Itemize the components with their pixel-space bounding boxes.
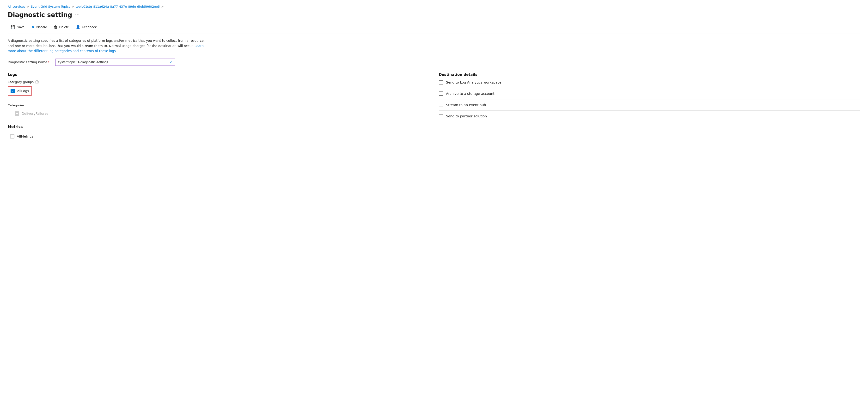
input-check-icon: ✓ <box>169 60 173 64</box>
delete-button[interactable]: 🗑 Delete <box>51 24 71 31</box>
save-label: Save <box>17 25 25 29</box>
feedback-button[interactable]: 👤 Feedback <box>73 23 99 31</box>
feedback-icon: 👤 <box>76 25 81 29</box>
category-groups-info-icon[interactable]: i <box>35 80 39 84</box>
description: A diagnostic setting specifies a list of… <box>8 38 205 54</box>
delivery-failures-label: DeliveryFailures <box>22 111 48 116</box>
delivery-failures-row[interactable]: DeliveryFailures <box>12 109 424 118</box>
feedback-label: Feedback <box>82 25 97 29</box>
logs-section-title: Logs <box>8 72 424 77</box>
save-button[interactable]: 💾 Save <box>8 23 27 31</box>
discard-button[interactable]: ✕ Discard <box>28 24 50 31</box>
alllogs-label: allLogs <box>17 89 29 93</box>
destination-checkbox-2[interactable] <box>439 103 443 107</box>
main-content: Logs Category groups i allLogs Categorie… <box>8 72 860 141</box>
destination-item[interactable]: Stream to an event hub <box>439 99 860 111</box>
discard-icon: ✕ <box>31 25 34 29</box>
destination-label-0: Send to Log Analytics workspace <box>446 81 501 84</box>
delete-label: Delete <box>59 25 69 29</box>
breadcrumb-event-grid[interactable]: Event Grid System Topics <box>31 5 70 8</box>
metrics-section-title: Metrics <box>8 125 424 129</box>
destination-label-1: Archive to a storage account <box>446 92 495 96</box>
breadcrumb-sep-3: > <box>161 5 163 8</box>
alllogs-row[interactable]: allLogs <box>8 87 32 96</box>
setting-name-row: Diagnostic setting name* ✓ <box>8 59 860 66</box>
breadcrumb-topic[interactable]: topic01stg-811a624a-8a77-437e-89de-dfeb5… <box>76 5 160 8</box>
description-text: A diagnostic setting specifies a list of… <box>8 39 205 48</box>
categories-label: Categories <box>8 103 424 107</box>
breadcrumb-sep-2: > <box>72 5 74 8</box>
logs-divider <box>8 100 424 100</box>
page-title: Diagnostic setting <box>8 11 72 19</box>
destination-checkbox-3[interactable] <box>439 114 443 118</box>
destination-section-title: Destination details <box>439 72 860 77</box>
save-icon: 💾 <box>10 25 16 29</box>
right-column: Destination details Send to Log Analytic… <box>434 72 860 141</box>
breadcrumb: All services > Event Grid System Topics … <box>8 5 860 8</box>
breadcrumb-all-services[interactable]: All services <box>8 5 26 8</box>
alllogs-checkbox[interactable] <box>10 89 15 93</box>
delivery-failures-checkbox[interactable] <box>15 111 19 116</box>
toolbar: 💾 Save ✕ Discard 🗑 Delete 👤 Feedback <box>8 23 860 34</box>
destination-list: Send to Log Analytics workspaceArchive t… <box>439 80 860 122</box>
page-title-row: Diagnostic setting ··· <box>8 11 860 19</box>
setting-name-input[interactable] <box>55 59 175 66</box>
destination-item[interactable]: Archive to a storage account <box>439 88 860 99</box>
category-groups-label: Category groups i <box>8 80 424 84</box>
setting-name-label: Diagnostic setting name* <box>8 60 50 64</box>
destination-item[interactable]: Send to Log Analytics workspace <box>439 80 860 88</box>
destination-checkbox-1[interactable] <box>439 92 443 96</box>
destination-checkbox-0[interactable] <box>439 80 443 85</box>
title-ellipsis[interactable]: ··· <box>75 12 80 18</box>
destination-item[interactable]: Send to partner solution <box>439 111 860 122</box>
setting-name-input-wrapper: ✓ <box>55 59 175 66</box>
destination-label-3: Send to partner solution <box>446 114 487 118</box>
destination-label-2: Stream to an event hub <box>446 103 486 107</box>
breadcrumb-sep-1: > <box>27 5 29 8</box>
metrics-divider-top <box>8 121 424 121</box>
required-marker: * <box>48 60 50 64</box>
all-metrics-row[interactable]: AllMetrics <box>8 132 424 140</box>
discard-label: Discard <box>36 25 47 29</box>
all-metrics-label: AllMetrics <box>17 134 33 138</box>
delete-icon: 🗑 <box>54 25 58 29</box>
all-metrics-checkbox[interactable] <box>10 134 14 138</box>
left-column: Logs Category groups i allLogs Categorie… <box>8 72 434 141</box>
